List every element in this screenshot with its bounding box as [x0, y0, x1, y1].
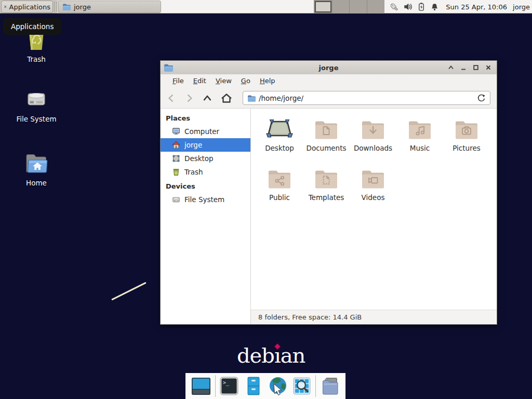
- web-browser-launcher[interactable]: [267, 376, 288, 396]
- downloads-folder-icon: [361, 119, 385, 140]
- menu-go[interactable]: Go: [236, 74, 255, 88]
- file-item-desktop[interactable]: Desktop: [256, 113, 303, 162]
- app-finder-icon: [291, 376, 312, 396]
- statusbar: 8 folders, Free space: 14.4 GiB: [251, 310, 497, 324]
- sidebar-item-jorge[interactable]: jorge: [161, 138, 250, 152]
- file-item-documents[interactable]: Documents: [303, 113, 350, 162]
- tooltip-text: Applications: [11, 22, 54, 31]
- desktop-icon-label: Trash: [27, 55, 46, 63]
- file-manager-launcher[interactable]: [243, 376, 264, 396]
- file-item-templates[interactable]: Templates: [303, 162, 350, 211]
- debian-wallpaper-logo: debıan: [237, 344, 305, 367]
- file-item-label: Documents: [307, 144, 347, 152]
- menubar: File Edit View Go Help: [161, 74, 497, 88]
- file-item-label: Videos: [362, 193, 385, 202]
- home-icon: [172, 141, 180, 149]
- workspace-2[interactable]: [332, 0, 350, 14]
- sidebar-item-computer[interactable]: Computer: [161, 125, 250, 138]
- music-folder-icon: [407, 119, 432, 140]
- menu-edit[interactable]: Edit: [189, 74, 211, 88]
- file-item-pictures[interactable]: Pictures: [443, 113, 490, 162]
- minimize-icon[interactable]: [460, 64, 467, 71]
- back-button[interactable]: [167, 94, 176, 103]
- videos-folder-icon: [361, 168, 385, 189]
- file-item-public[interactable]: Public: [256, 162, 303, 211]
- applications-tooltip: Applications: [3, 18, 61, 35]
- drive-icon: [172, 195, 180, 204]
- directory-menu-launcher[interactable]: [320, 376, 340, 396]
- sidebar-item-label: jorge: [184, 141, 202, 149]
- sidebar-item-label: Trash: [184, 168, 203, 176]
- dock-separator: [215, 375, 216, 397]
- file-item-videos[interactable]: Videos: [350, 162, 396, 211]
- path-folder-icon: [247, 94, 256, 102]
- forward-button[interactable]: [184, 94, 194, 103]
- sidebar-item-trash[interactable]: Trash: [161, 165, 250, 179]
- home-folder-icon: [24, 152, 49, 175]
- desktop-icon-file-system[interactable]: File System: [5, 87, 68, 123]
- workspace-1[interactable]: [315, 1, 331, 12]
- brand-text-post: an: [281, 343, 305, 367]
- close-icon[interactable]: [485, 64, 491, 71]
- taskbar-window-label: jorge: [74, 3, 91, 11]
- top-panel: Applications jorge: [0, 0, 532, 14]
- window-titlebar[interactable]: jorge: [161, 61, 497, 74]
- workspace-4[interactable]: [367, 0, 384, 14]
- menu-view[interactable]: View: [211, 74, 236, 88]
- application-finder-launcher[interactable]: [291, 376, 312, 396]
- svg-text:>_: >_: [223, 380, 230, 386]
- window-controls: [448, 64, 497, 71]
- pictures-folder-icon: [454, 119, 479, 140]
- terminal-launcher[interactable]: >_: [219, 376, 240, 396]
- volume-icon[interactable]: [403, 2, 413, 11]
- taskbar-window-button[interactable]: jorge: [58, 1, 161, 13]
- terminal-icon: >_: [219, 376, 240, 396]
- desktop-surface-icon: [266, 118, 293, 140]
- show-desktop-button[interactable]: [191, 376, 211, 396]
- window-title: jorge: [161, 64, 497, 72]
- dock-separator: [315, 375, 316, 397]
- workspace-3[interactable]: [350, 0, 367, 14]
- file-item-label: Public: [269, 193, 290, 202]
- panel-user-menu[interactable]: jorge: [513, 3, 530, 11]
- up-button[interactable]: [202, 94, 212, 103]
- file-item-label: Pictures: [453, 144, 480, 152]
- file-item-downloads[interactable]: Downloads: [350, 113, 396, 162]
- shade-icon[interactable]: [448, 64, 454, 71]
- desktop-icon-label: File System: [16, 115, 56, 123]
- wallpaper-line-artifact: [111, 282, 147, 301]
- sidebar: Places Computer jorge: [161, 109, 251, 324]
- folder-icon: [62, 3, 71, 11]
- window-body: Places Computer jorge: [161, 109, 497, 324]
- file-item-label: Music: [410, 144, 430, 152]
- sidebar-item-desktop[interactable]: Desktop: [161, 152, 250, 165]
- file-item-label: Downloads: [354, 144, 392, 152]
- home-button[interactable]: [221, 93, 232, 103]
- panel-clock[interactable]: Sun 25 Apr, 10:06: [446, 3, 507, 11]
- trash-icon: [172, 168, 180, 176]
- desktop-icon-home[interactable]: Home: [5, 152, 68, 187]
- workspace-switcher: [314, 0, 384, 14]
- file-item-label: Desktop: [265, 144, 294, 152]
- mouse-icon[interactable]: [389, 2, 398, 12]
- menu-file[interactable]: File: [168, 74, 189, 88]
- maximize-icon[interactable]: [473, 64, 479, 71]
- file-item-music[interactable]: Music: [396, 113, 443, 162]
- reload-button[interactable]: [477, 94, 486, 102]
- desktop-icon-label: Home: [26, 179, 47, 187]
- sidebar-item-label: File System: [184, 195, 224, 204]
- brand-letter-i: ı: [274, 343, 281, 367]
- brand-text-pre: deb: [237, 343, 274, 367]
- path-field[interactable]: /home/jorge/: [243, 91, 490, 105]
- file-manager-window: jorge File Edit View Go Help: [160, 60, 497, 325]
- sidebar-item-file-system[interactable]: File System: [161, 193, 250, 206]
- notifications-bell-icon[interactable]: [430, 3, 439, 11]
- sidebar-header-devices: Devices: [161, 179, 250, 193]
- toolbar: /home/jorge/: [161, 88, 497, 109]
- panel-separator-grip[interactable]: [54, 2, 57, 11]
- hard-disk-icon: [24, 87, 48, 111]
- applications-menu-button[interactable]: Applications: [1, 1, 53, 13]
- menu-help[interactable]: Help: [255, 74, 280, 88]
- battery-icon[interactable]: [417, 2, 425, 11]
- documents-folder-icon: [314, 119, 339, 140]
